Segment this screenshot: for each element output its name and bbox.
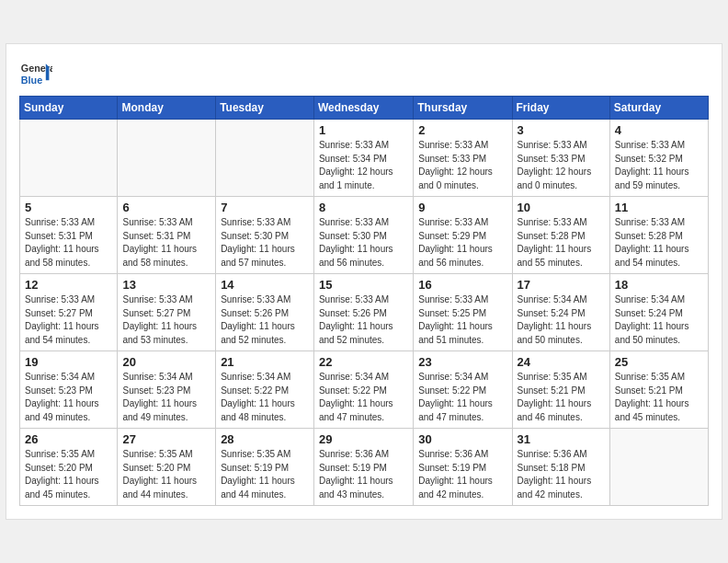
day-cell: 4Sunrise: 5:33 AM Sunset: 5:32 PM Daylig… xyxy=(609,120,708,197)
day-cell: 7Sunrise: 5:33 AM Sunset: 5:30 PM Daylig… xyxy=(216,197,314,274)
day-cell: 9Sunrise: 5:33 AM Sunset: 5:29 PM Daylig… xyxy=(414,197,512,274)
weekday-header-row: SundayMondayTuesdayWednesdayThursdayFrid… xyxy=(20,97,709,120)
day-number: 6 xyxy=(122,201,210,214)
svg-text:Blue: Blue xyxy=(21,75,42,86)
day-number: 18 xyxy=(615,278,703,292)
day-info: Sunrise: 5:34 AM Sunset: 5:23 PM Dayligh… xyxy=(25,371,112,424)
day-cell xyxy=(609,429,708,506)
day-info: Sunrise: 5:36 AM Sunset: 5:18 PM Dayligh… xyxy=(518,448,605,501)
day-info: Sunrise: 5:33 AM Sunset: 5:31 PM Dayligh… xyxy=(25,216,112,270)
weekday-header-tuesday: Tuesday xyxy=(216,97,314,120)
day-cell: 2Sunrise: 5:33 AM Sunset: 5:33 PM Daylig… xyxy=(414,120,512,197)
day-info: Sunrise: 5:34 AM Sunset: 5:22 PM Dayligh… xyxy=(221,371,309,424)
day-number: 28 xyxy=(221,432,309,446)
day-cell: 14Sunrise: 5:33 AM Sunset: 5:26 PM Dayli… xyxy=(216,274,314,351)
day-cell: 5Sunrise: 5:33 AM Sunset: 5:31 PM Daylig… xyxy=(20,197,118,274)
day-cell: 22Sunrise: 5:34 AM Sunset: 5:22 PM Dayli… xyxy=(313,351,413,429)
day-cell: 21Sunrise: 5:34 AM Sunset: 5:22 PM Dayli… xyxy=(216,351,314,429)
day-cell: 8Sunrise: 5:33 AM Sunset: 5:30 PM Daylig… xyxy=(313,197,413,274)
day-number: 12 xyxy=(25,278,112,292)
day-cell: 23Sunrise: 5:34 AM Sunset: 5:22 PM Dayli… xyxy=(414,351,512,429)
day-info: Sunrise: 5:35 AM Sunset: 5:19 PM Dayligh… xyxy=(221,448,309,501)
day-info: Sunrise: 5:33 AM Sunset: 5:33 PM Dayligh… xyxy=(518,139,605,192)
day-cell: 3Sunrise: 5:33 AM Sunset: 5:33 PM Daylig… xyxy=(512,120,609,197)
day-number: 25 xyxy=(615,355,703,369)
day-number: 10 xyxy=(518,201,605,214)
day-info: Sunrise: 5:36 AM Sunset: 5:19 PM Dayligh… xyxy=(319,448,408,501)
week-row-1: 5Sunrise: 5:33 AM Sunset: 5:31 PM Daylig… xyxy=(20,197,709,274)
day-info: Sunrise: 5:33 AM Sunset: 5:28 PM Dayligh… xyxy=(518,216,605,270)
day-info: Sunrise: 5:35 AM Sunset: 5:21 PM Dayligh… xyxy=(615,371,703,424)
day-info: Sunrise: 5:33 AM Sunset: 5:32 PM Dayligh… xyxy=(615,139,703,192)
day-number: 24 xyxy=(518,355,605,369)
day-cell: 11Sunrise: 5:33 AM Sunset: 5:28 PM Dayli… xyxy=(609,197,708,274)
day-number: 9 xyxy=(418,201,506,214)
day-cell: 27Sunrise: 5:35 AM Sunset: 5:20 PM Dayli… xyxy=(118,429,216,506)
weekday-header-friday: Friday xyxy=(512,97,609,120)
day-number: 27 xyxy=(122,432,210,446)
day-number: 5 xyxy=(25,201,112,214)
day-cell xyxy=(118,120,216,197)
day-number: 7 xyxy=(221,201,309,214)
day-cell: 29Sunrise: 5:36 AM Sunset: 5:19 PM Dayli… xyxy=(313,429,413,506)
day-info: Sunrise: 5:33 AM Sunset: 5:26 PM Dayligh… xyxy=(319,293,408,347)
day-info: Sunrise: 5:34 AM Sunset: 5:23 PM Dayligh… xyxy=(122,371,210,424)
day-cell: 15Sunrise: 5:33 AM Sunset: 5:26 PM Dayli… xyxy=(313,274,413,351)
day-info: Sunrise: 5:35 AM Sunset: 5:21 PM Dayligh… xyxy=(518,371,605,424)
day-cell: 31Sunrise: 5:36 AM Sunset: 5:18 PM Dayli… xyxy=(512,429,609,506)
day-cell: 16Sunrise: 5:33 AM Sunset: 5:25 PM Dayli… xyxy=(414,274,512,351)
day-number: 23 xyxy=(418,355,506,369)
day-info: Sunrise: 5:33 AM Sunset: 5:29 PM Dayligh… xyxy=(418,216,506,270)
day-number: 20 xyxy=(122,355,210,369)
day-info: Sunrise: 5:34 AM Sunset: 5:22 PM Dayligh… xyxy=(319,371,408,424)
day-info: Sunrise: 5:34 AM Sunset: 5:22 PM Dayligh… xyxy=(418,371,506,424)
day-number: 22 xyxy=(319,355,408,369)
day-cell: 6Sunrise: 5:33 AM Sunset: 5:31 PM Daylig… xyxy=(118,197,216,274)
logo: General Blue xyxy=(19,57,56,90)
day-cell: 30Sunrise: 5:36 AM Sunset: 5:19 PM Dayli… xyxy=(414,429,512,506)
week-row-4: 26Sunrise: 5:35 AM Sunset: 5:20 PM Dayli… xyxy=(20,429,709,506)
day-info: Sunrise: 5:36 AM Sunset: 5:19 PM Dayligh… xyxy=(418,448,506,501)
day-cell: 18Sunrise: 5:34 AM Sunset: 5:24 PM Dayli… xyxy=(609,274,708,351)
day-number: 29 xyxy=(319,432,408,446)
logo-icon: General Blue xyxy=(19,57,52,90)
day-info: Sunrise: 5:33 AM Sunset: 5:33 PM Dayligh… xyxy=(418,139,506,192)
day-cell: 10Sunrise: 5:33 AM Sunset: 5:28 PM Dayli… xyxy=(512,197,609,274)
day-number: 4 xyxy=(615,123,703,137)
day-cell: 26Sunrise: 5:35 AM Sunset: 5:20 PM Dayli… xyxy=(20,429,118,506)
day-number: 31 xyxy=(518,432,605,446)
day-info: Sunrise: 5:33 AM Sunset: 5:27 PM Dayligh… xyxy=(122,293,210,347)
day-cell xyxy=(216,120,314,197)
day-cell: 12Sunrise: 5:33 AM Sunset: 5:27 PM Dayli… xyxy=(20,274,118,351)
day-number: 19 xyxy=(25,355,112,369)
day-cell: 19Sunrise: 5:34 AM Sunset: 5:23 PM Dayli… xyxy=(20,351,118,429)
day-cell: 17Sunrise: 5:34 AM Sunset: 5:24 PM Dayli… xyxy=(512,274,609,351)
day-cell: 24Sunrise: 5:35 AM Sunset: 5:21 PM Dayli… xyxy=(512,351,609,429)
day-number: 30 xyxy=(418,432,506,446)
day-number: 1 xyxy=(319,123,408,137)
day-info: Sunrise: 5:33 AM Sunset: 5:28 PM Dayligh… xyxy=(615,216,703,270)
day-number: 11 xyxy=(615,201,703,214)
week-row-3: 19Sunrise: 5:34 AM Sunset: 5:23 PM Dayli… xyxy=(20,351,709,429)
calendar-container: General Blue SundayMondayTuesdayWednesda… xyxy=(6,43,722,520)
week-row-2: 12Sunrise: 5:33 AM Sunset: 5:27 PM Dayli… xyxy=(20,274,709,351)
day-info: Sunrise: 5:33 AM Sunset: 5:34 PM Dayligh… xyxy=(319,139,408,192)
day-number: 16 xyxy=(418,278,506,292)
day-number: 26 xyxy=(25,432,112,446)
day-number: 13 xyxy=(122,278,210,292)
calendar-grid: SundayMondayTuesdayWednesdayThursdayFrid… xyxy=(19,96,709,506)
day-info: Sunrise: 5:35 AM Sunset: 5:20 PM Dayligh… xyxy=(122,448,210,501)
day-info: Sunrise: 5:33 AM Sunset: 5:27 PM Dayligh… xyxy=(25,293,112,347)
day-cell: 28Sunrise: 5:35 AM Sunset: 5:19 PM Dayli… xyxy=(216,429,314,506)
day-number: 3 xyxy=(518,123,605,137)
day-number: 15 xyxy=(319,278,408,292)
day-info: Sunrise: 5:34 AM Sunset: 5:24 PM Dayligh… xyxy=(615,293,703,347)
day-info: Sunrise: 5:33 AM Sunset: 5:30 PM Dayligh… xyxy=(319,216,408,270)
day-cell: 13Sunrise: 5:33 AM Sunset: 5:27 PM Dayli… xyxy=(118,274,216,351)
day-number: 8 xyxy=(319,201,408,214)
day-cell xyxy=(20,120,118,197)
day-number: 2 xyxy=(418,123,506,137)
weekday-header-sunday: Sunday xyxy=(20,97,118,120)
day-cell: 20Sunrise: 5:34 AM Sunset: 5:23 PM Dayli… xyxy=(118,351,216,429)
day-number: 17 xyxy=(518,278,605,292)
